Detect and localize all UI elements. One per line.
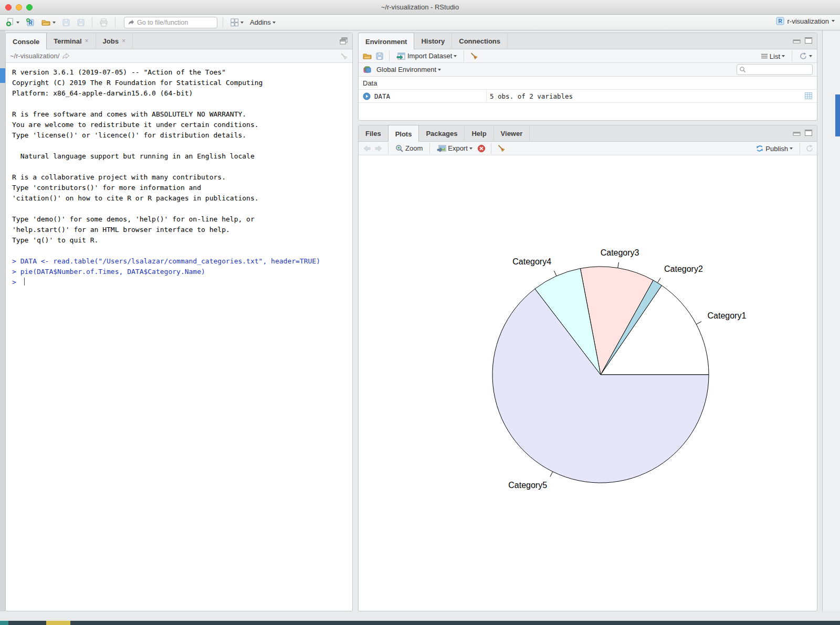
environment-search-box[interactable] (737, 64, 813, 75)
tab-jobs[interactable]: Jobs× (96, 33, 133, 49)
save-all-icon (77, 18, 85, 27)
toolbar-separator (223, 17, 223, 28)
addins-caret-icon (272, 22, 276, 24)
r-project-icon: R (775, 16, 785, 26)
plots-toolbar: Zoom Export Publish (359, 142, 817, 155)
goto-file-input[interactable] (137, 19, 211, 26)
tab-console[interactable]: Console (6, 33, 47, 49)
publish-icon (755, 144, 764, 153)
zoom-plot-button[interactable]: Zoom (394, 143, 424, 154)
tab-history[interactable]: History (414, 33, 452, 49)
tab-terminal[interactable]: Terminal× (47, 33, 96, 49)
publish-plot-button[interactable]: Publish (754, 143, 794, 154)
object-value: 5 obs. of 2 variables (490, 92, 573, 100)
view-table-icon[interactable] (804, 92, 813, 100)
save-workspace-icon[interactable] (375, 52, 384, 60)
main-toolbar: R Addins R r-visualization (0, 15, 840, 30)
pie-label-tick (554, 271, 556, 276)
tab-console-label: Console (13, 38, 39, 46)
import-dataset-label: Import Dataset (407, 52, 452, 60)
minimize-pane-icon[interactable] (793, 129, 801, 136)
tab-packages-label: Packages (426, 130, 457, 137)
environment-object-row[interactable]: DATA 5 obs. of 2 variables (359, 90, 817, 103)
console-line: R is a collaborative project with many c… (12, 172, 352, 183)
tab-environment[interactable]: Environment (359, 33, 414, 49)
pie-label-tick (696, 322, 701, 324)
new-project-button[interactable]: R (24, 17, 37, 28)
refresh-environment-button[interactable] (797, 51, 814, 61)
toolbar-separator (491, 143, 491, 154)
clear-environment-broom-icon[interactable] (469, 51, 478, 60)
object-expand-icon[interactable] (363, 92, 371, 100)
next-plot-arrow-icon[interactable] (374, 145, 383, 152)
refresh-icon (799, 52, 807, 60)
dock-item-yellow (46, 621, 70, 625)
environment-scope-button[interactable]: Global Environment (375, 65, 443, 75)
import-dataset-caret-icon (454, 55, 457, 57)
tab-files[interactable]: Files (359, 125, 388, 141)
tab-help[interactable]: Help (465, 125, 494, 141)
goto-directory-icon[interactable] (62, 53, 70, 59)
remove-plot-icon[interactable] (477, 144, 486, 153)
window-bottom-edge (0, 611, 840, 621)
close-tab-icon[interactable]: × (122, 37, 125, 45)
console-output[interactable]: R version 3.6.1 (2019-07-05) -- "Action … (6, 63, 352, 288)
clear-plots-broom-icon[interactable] (497, 144, 506, 153)
text-cursor (24, 278, 25, 285)
maximize-pane-icon[interactable] (804, 129, 813, 136)
addins-label: Addins (250, 18, 271, 26)
list-view-label: List (770, 52, 780, 60)
tab-connections[interactable]: Connections (452, 33, 508, 49)
import-dataset-button[interactable]: Import Dataset (395, 51, 458, 61)
project-menu-button[interactable]: R r-visualization (775, 16, 835, 26)
tab-plots-label: Plots (395, 130, 412, 138)
project-label: r-visualization (788, 17, 829, 25)
project-caret-icon (832, 20, 835, 22)
clear-console-broom-icon[interactable] (340, 52, 348, 60)
list-view-button[interactable]: List (759, 51, 786, 61)
toolbar-separator (429, 143, 430, 154)
environment-scope-row: Global Environment (359, 63, 817, 77)
workspace-panes-button[interactable] (228, 17, 245, 28)
search-icon (739, 66, 746, 73)
import-dataset-icon (396, 52, 406, 60)
load-workspace-folder-icon[interactable] (363, 52, 372, 60)
console-line: 'citation()' on how to cite R or R packa… (12, 193, 352, 204)
console-line: > DATA <- read.table("/Users/lsalazar/co… (12, 256, 352, 267)
console-line: R is free software and comes with ABSOLU… (12, 109, 352, 120)
plots-pane: Files Plots Packages Help Viewer Zoom Ex… (358, 125, 817, 611)
tab-plots[interactable]: Plots (388, 125, 419, 142)
data-section-header: Data (359, 77, 817, 90)
open-file-button[interactable] (40, 17, 57, 28)
pie-label: Category1 (708, 311, 747, 320)
environment-search-input[interactable] (748, 66, 806, 73)
refresh-plot-icon[interactable] (805, 144, 814, 153)
previous-plot-arrow-icon[interactable] (363, 145, 371, 152)
tab-viewer[interactable]: Viewer (494, 125, 530, 141)
tab-jobs-label: Jobs (103, 37, 119, 45)
console-line (12, 99, 352, 109)
save-button[interactable] (60, 17, 72, 28)
export-image-icon (437, 144, 446, 153)
background-badge (0, 68, 5, 83)
export-plot-button[interactable]: Export (435, 143, 474, 154)
print-button[interactable] (98, 17, 110, 28)
tab-packages[interactable]: Packages (419, 125, 465, 141)
pie-label: Category3 (601, 248, 639, 257)
console-line: Type 'q()' to quit R. (12, 235, 352, 246)
toolbar-separator (115, 17, 116, 28)
goto-file-box[interactable] (124, 17, 217, 28)
minimize-pane-icon[interactable] (793, 37, 801, 44)
new-file-button[interactable] (4, 17, 21, 28)
addins-button[interactable]: Addins (248, 17, 277, 27)
console-pane: Console Terminal× Jobs× ~/r-visualizatio… (5, 33, 353, 611)
export-caret-icon (469, 147, 472, 150)
maximize-pane-icon[interactable] (804, 37, 813, 44)
plot-area: Category1Category2Category3Category4Cate… (359, 156, 817, 610)
console-line: Type 'contributors()' for more informati… (12, 183, 352, 193)
window-title: ~/r-visualization - RStudio (0, 3, 840, 11)
restore-pane-icon[interactable] (339, 37, 348, 45)
save-all-button[interactable] (75, 17, 87, 28)
pie-label-tick (657, 278, 660, 282)
close-tab-icon[interactable]: × (85, 37, 89, 45)
